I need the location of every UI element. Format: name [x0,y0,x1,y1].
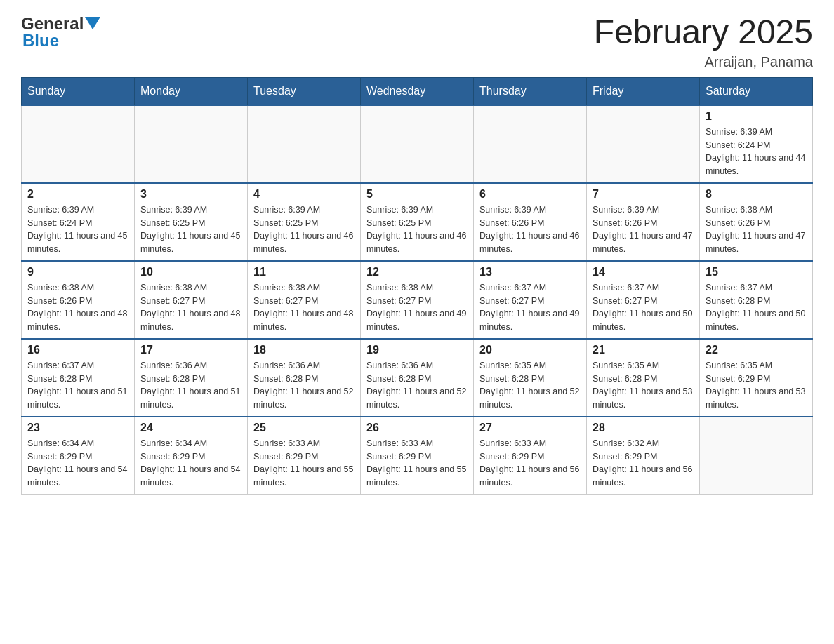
table-row: 3Sunrise: 6:39 AMSunset: 6:25 PMDaylight… [135,183,248,261]
day-number: 25 [253,422,355,434]
day-number: 7 [593,188,694,201]
col-sunday: Sunday [22,77,135,105]
table-row: 18Sunrise: 6:36 AMSunset: 6:28 PMDayligh… [248,339,361,417]
table-row: 12Sunrise: 6:38 AMSunset: 6:27 PMDayligh… [361,261,474,339]
day-number: 16 [27,344,128,356]
day-info: Sunrise: 6:39 AMSunset: 6:25 PMDaylight:… [253,203,355,256]
day-number: 20 [479,344,581,356]
day-info: Sunrise: 6:36 AMSunset: 6:28 PMDaylight:… [140,359,241,412]
day-number: 13 [479,266,581,279]
table-row: 11Sunrise: 6:38 AMSunset: 6:27 PMDayligh… [248,261,361,339]
table-row: 27Sunrise: 6:33 AMSunset: 6:29 PMDayligh… [474,417,587,495]
day-info: Sunrise: 6:36 AMSunset: 6:28 PMDaylight:… [366,359,468,412]
day-number: 1 [706,110,807,123]
day-number: 4 [253,188,355,201]
table-row [361,105,474,183]
day-info: Sunrise: 6:35 AMSunset: 6:28 PMDaylight:… [593,359,694,412]
table-row: 2Sunrise: 6:39 AMSunset: 6:24 PMDaylight… [22,183,135,261]
month-title: February 2025 [594,14,813,51]
day-number: 11 [253,266,355,279]
logo: General Blue [21,14,100,51]
table-row: 23Sunrise: 6:34 AMSunset: 6:29 PMDayligh… [22,417,135,495]
table-row: 21Sunrise: 6:35 AMSunset: 6:28 PMDayligh… [587,339,700,417]
table-row: 19Sunrise: 6:36 AMSunset: 6:28 PMDayligh… [361,339,474,417]
table-row: 24Sunrise: 6:34 AMSunset: 6:29 PMDayligh… [135,417,248,495]
day-number: 6 [479,188,581,201]
table-row: 6Sunrise: 6:39 AMSunset: 6:26 PMDaylight… [474,183,587,261]
logo-blue-text: Blue [22,31,59,51]
day-info: Sunrise: 6:38 AMSunset: 6:27 PMDaylight:… [140,281,241,334]
day-info: Sunrise: 6:34 AMSunset: 6:29 PMDaylight:… [140,437,241,490]
table-row: 14Sunrise: 6:37 AMSunset: 6:27 PMDayligh… [587,261,700,339]
calendar-week-row: 16Sunrise: 6:37 AMSunset: 6:28 PMDayligh… [22,339,813,417]
table-row: 5Sunrise: 6:39 AMSunset: 6:25 PMDaylight… [361,183,474,261]
table-row: 26Sunrise: 6:33 AMSunset: 6:29 PMDayligh… [361,417,474,495]
day-info: Sunrise: 6:39 AMSunset: 6:25 PMDaylight:… [366,203,468,256]
day-info: Sunrise: 6:37 AMSunset: 6:27 PMDaylight:… [593,281,694,334]
table-row: 10Sunrise: 6:38 AMSunset: 6:27 PMDayligh… [135,261,248,339]
day-number: 10 [140,266,241,279]
col-monday: Monday [135,77,248,105]
day-number: 15 [706,266,807,279]
table-row: 9Sunrise: 6:38 AMSunset: 6:26 PMDaylight… [22,261,135,339]
day-number: 18 [253,344,355,356]
day-number: 17 [140,344,241,356]
table-row: 7Sunrise: 6:39 AMSunset: 6:26 PMDaylight… [587,183,700,261]
day-number: 12 [366,266,468,279]
col-friday: Friday [587,77,700,105]
table-row [587,105,700,183]
table-row [248,105,361,183]
day-number: 3 [140,188,241,201]
day-info: Sunrise: 6:35 AMSunset: 6:29 PMDaylight:… [706,359,807,412]
table-row: 8Sunrise: 6:38 AMSunset: 6:26 PMDaylight… [700,183,813,261]
day-info: Sunrise: 6:37 AMSunset: 6:28 PMDaylight:… [706,281,807,334]
calendar-week-row: 23Sunrise: 6:34 AMSunset: 6:29 PMDayligh… [22,417,813,495]
day-info: Sunrise: 6:34 AMSunset: 6:29 PMDaylight:… [27,437,128,490]
col-thursday: Thursday [474,77,587,105]
day-info: Sunrise: 6:36 AMSunset: 6:28 PMDaylight:… [253,359,355,412]
day-number: 9 [27,266,128,279]
day-number: 5 [366,188,468,201]
day-number: 22 [706,344,807,356]
day-info: Sunrise: 6:38 AMSunset: 6:27 PMDaylight:… [253,281,355,334]
calendar-table: Sunday Monday Tuesday Wednesday Thursday… [21,77,813,495]
day-info: Sunrise: 6:33 AMSunset: 6:29 PMDaylight:… [253,437,355,490]
day-number: 8 [706,188,807,201]
day-number: 24 [140,422,241,434]
day-info: Sunrise: 6:33 AMSunset: 6:29 PMDaylight:… [479,437,581,490]
day-info: Sunrise: 6:39 AMSunset: 6:25 PMDaylight:… [140,203,241,256]
day-number: 23 [27,422,128,434]
day-info: Sunrise: 6:39 AMSunset: 6:24 PMDaylight:… [27,203,128,256]
col-wednesday: Wednesday [361,77,474,105]
day-info: Sunrise: 6:37 AMSunset: 6:27 PMDaylight:… [479,281,581,334]
day-number: 26 [366,422,468,434]
day-info: Sunrise: 6:39 AMSunset: 6:24 PMDaylight:… [706,126,807,178]
day-info: Sunrise: 6:38 AMSunset: 6:27 PMDaylight:… [366,281,468,334]
table-row: 15Sunrise: 6:37 AMSunset: 6:28 PMDayligh… [700,261,813,339]
table-row: 22Sunrise: 6:35 AMSunset: 6:29 PMDayligh… [700,339,813,417]
table-row: 17Sunrise: 6:36 AMSunset: 6:28 PMDayligh… [135,339,248,417]
table-row: 13Sunrise: 6:37 AMSunset: 6:27 PMDayligh… [474,261,587,339]
table-row: 16Sunrise: 6:37 AMSunset: 6:28 PMDayligh… [22,339,135,417]
day-info: Sunrise: 6:35 AMSunset: 6:28 PMDaylight:… [479,359,581,412]
calendar-week-row: 9Sunrise: 6:38 AMSunset: 6:26 PMDaylight… [22,261,813,339]
table-row: 25Sunrise: 6:33 AMSunset: 6:29 PMDayligh… [248,417,361,495]
day-info: Sunrise: 6:38 AMSunset: 6:26 PMDaylight:… [27,281,128,334]
svg-marker-0 [85,17,100,29]
location: Arraijan, Panama [594,54,813,70]
day-info: Sunrise: 6:37 AMSunset: 6:28 PMDaylight:… [27,359,128,412]
table-row [700,417,813,495]
table-row: 4Sunrise: 6:39 AMSunset: 6:25 PMDaylight… [248,183,361,261]
day-info: Sunrise: 6:33 AMSunset: 6:29 PMDaylight:… [366,437,468,490]
calendar-week-row: 1Sunrise: 6:39 AMSunset: 6:24 PMDaylight… [22,105,813,183]
table-row: 20Sunrise: 6:35 AMSunset: 6:28 PMDayligh… [474,339,587,417]
page-header: General Blue February 2025 Arraijan, Pan… [21,14,813,70]
day-number: 2 [27,188,128,201]
day-number: 27 [479,422,581,434]
day-info: Sunrise: 6:39 AMSunset: 6:26 PMDaylight:… [479,203,581,256]
table-row [135,105,248,183]
day-info: Sunrise: 6:32 AMSunset: 6:29 PMDaylight:… [593,437,694,490]
day-number: 21 [593,344,694,356]
col-saturday: Saturday [700,77,813,105]
day-info: Sunrise: 6:38 AMSunset: 6:26 PMDaylight:… [706,203,807,256]
